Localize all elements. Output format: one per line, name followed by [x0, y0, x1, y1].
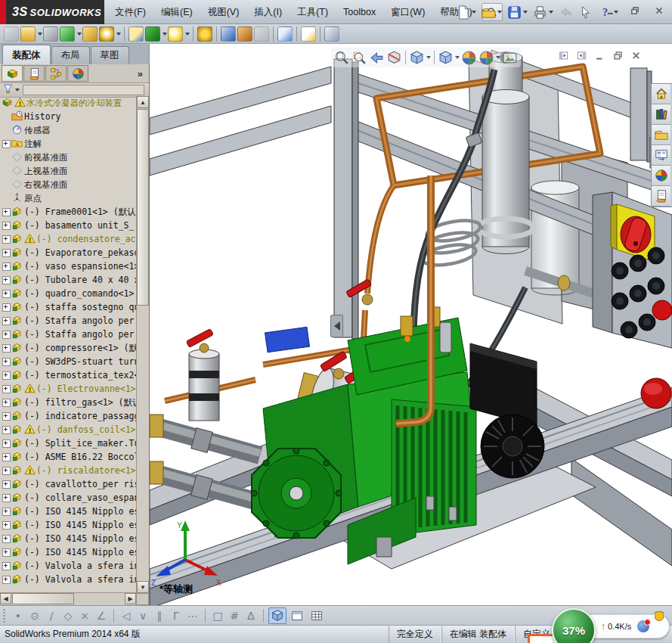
tree-item[interactable]: (-) termostatica_tex2<1	[0, 368, 137, 382]
tree-item[interactable]: !(-) condensatore_acq	[0, 232, 137, 246]
expand-icon[interactable]	[2, 275, 11, 285]
apply-scene-icon[interactable]	[478, 50, 500, 66]
file-explorer-tab[interactable]	[652, 125, 670, 145]
tree-item[interactable]: (-) indicatore_passaggi	[0, 409, 137, 423]
expand-icon[interactable]	[2, 139, 11, 149]
expand-icon[interactable]	[2, 235, 11, 244]
solidworks-resources-tab[interactable]	[652, 84, 670, 104]
tab-布局[interactable]: 布局	[51, 46, 90, 64]
panel-collapse-arrow[interactable]	[330, 315, 343, 337]
tree-item[interactable]: A注解	[0, 137, 137, 151]
save-document-icon[interactable]	[505, 4, 530, 21]
close-button[interactable]	[651, 4, 667, 17]
tree-item[interactable]: (-) compressore<1> (默认	[0, 341, 137, 355]
smart-component-disabled-icon[interactable]	[254, 26, 269, 42]
tab-草图[interactable]: 草图	[91, 46, 129, 64]
tab-装配体[interactable]: 装配体	[2, 45, 51, 64]
tree-vertical-scrollbar[interactable]: ▲ ▼	[136, 96, 149, 593]
corner-rectangle-icon[interactable]: Γ	[168, 610, 184, 622]
filter-caret-icon[interactable]	[15, 89, 20, 92]
tree-item[interactable]: History	[0, 110, 137, 123]
vertical-scroll-thumb[interactable]	[137, 109, 149, 306]
tree-item[interactable]: (-) ISO 4145 Nipplo esa	[0, 545, 137, 559]
open-part-caret-icon[interactable]	[38, 33, 42, 36]
custom-properties-tab[interactable]	[652, 186, 670, 207]
menu-5[interactable]: Toolbox	[336, 4, 383, 20]
expand-icon[interactable]	[2, 466, 11, 476]
filter-funnel-icon[interactable]	[2, 83, 14, 97]
tree-item[interactable]: (-) vaso espansione<1>	[0, 259, 137, 273]
solenoid-valve-blue[interactable]	[265, 327, 309, 353]
expand-icon[interactable]	[2, 507, 11, 517]
mate-icon[interactable]	[43, 26, 58, 42]
tree-item[interactable]: 前视基准面	[0, 151, 137, 164]
tree-item[interactable]: (-) Staffa angolo per q	[0, 314, 137, 328]
open-document-icon[interactable]	[479, 4, 504, 21]
tree-item[interactable]: 右视基准面	[0, 178, 137, 191]
undo-icon[interactable]	[556, 4, 575, 21]
menu-6[interactable]: 窗口(W)	[383, 3, 432, 22]
view-orientation-icon[interactable]	[409, 50, 431, 66]
update-components-icon[interactable]	[221, 26, 236, 42]
win-close-icon[interactable]	[630, 50, 642, 64]
expand-icon[interactable]	[2, 520, 11, 530]
linear-component-pattern-icon[interactable]	[60, 26, 75, 42]
zoom-to-fit-icon[interactable]	[334, 50, 350, 66]
expand-icon[interactable]	[2, 289, 11, 299]
large-assembly-mode-icon[interactable]	[277, 26, 293, 42]
tree-item[interactable]: (-) ISO 4145 Nipplo esa	[0, 532, 137, 545]
insert-components-icon[interactable]	[4, 26, 19, 42]
expand-icon[interactable]	[2, 316, 11, 326]
tree-item[interactable]: (-) collare_vaso_espans	[0, 491, 137, 505]
tree-item[interactable]: (-) SW3dPS-stuart turne	[0, 355, 137, 368]
section-view-icon[interactable]	[386, 50, 402, 66]
sketch-circle-icon[interactable]: ⊙	[26, 610, 43, 622]
scroll-down-button[interactable]: ▼	[137, 581, 149, 593]
3d-model-scene[interactable]: X Z Y	[150, 44, 672, 605]
tree-item[interactable]: (-) ISO 4145 Nipplo esa	[0, 518, 137, 532]
maximize-button[interactable]	[627, 4, 643, 17]
sketch-line-icon[interactable]: /	[43, 610, 60, 622]
menu-0[interactable]: 文件(F)	[107, 3, 153, 22]
scroll-left-button[interactable]: ◀	[0, 593, 11, 604]
expand-icon[interactable]	[2, 561, 11, 571]
expand-icon[interactable]	[2, 493, 11, 503]
angle-snap-icon[interactable]: ∆	[243, 610, 259, 622]
tree-item[interactable]: (-) staffa sostegno qua	[0, 300, 137, 314]
win-min-icon[interactable]	[594, 50, 605, 64]
scroll-up-button[interactable]: ▲	[137, 96, 149, 108]
construction-line-icon[interactable]: ⋯	[184, 610, 201, 622]
tree-item[interactable]: !(-) Electrovanne<1>	[0, 382, 137, 396]
menu-2[interactable]: 视图(V)	[200, 3, 247, 22]
tree-item[interactable]: (-) ASME B16.22 Boccola	[0, 450, 137, 464]
scroll-right-button[interactable]: ▶	[125, 593, 136, 604]
panel-resize-gripper[interactable]	[136, 593, 149, 605]
assembly-features-icon[interactable]	[145, 26, 160, 42]
sketch-angle-icon[interactable]: ∠	[93, 610, 110, 622]
expand-icon[interactable]	[2, 371, 11, 381]
featuremanager-tab[interactable]	[2, 65, 23, 82]
menu-1[interactable]: 编辑(E)	[153, 3, 200, 22]
minimize-button[interactable]	[602, 4, 619, 17]
show-hidden-components-icon[interactable]	[129, 26, 144, 42]
edit-appearance-icon[interactable]	[461, 50, 477, 66]
zoom-to-area-icon[interactable]	[351, 50, 367, 66]
assembly-features-caret-icon[interactable]	[163, 33, 167, 36]
configurationmanager-tab[interactable]	[45, 65, 67, 82]
expand-icon[interactable]	[2, 425, 11, 435]
menu-4[interactable]: 工具(T)	[290, 3, 336, 22]
graphics-viewport[interactable]: X Z Y *等轴测	[150, 44, 672, 605]
expand-icon[interactable]	[2, 207, 11, 217]
tree-item[interactable]: 传感器	[0, 123, 137, 137]
expand-icon[interactable]	[2, 439, 11, 449]
expand-icon[interactable]	[2, 548, 11, 558]
tree-item[interactable]: (-) Staffa angolo per q	[0, 328, 137, 341]
single-view-button[interactable]	[288, 607, 306, 624]
expand-icon[interactable]	[2, 575, 11, 585]
expand-icon[interactable]	[2, 398, 11, 408]
expand-icon[interactable]	[2, 452, 11, 462]
tree-item[interactable]: (-) filtro_gas<1> (默认	[0, 396, 137, 409]
tree-item[interactable]: (-) Evaporatore_pekasol	[0, 246, 137, 259]
move-component-caret-icon[interactable]	[116, 33, 121, 36]
tree-item[interactable]: !水冷式冷凝器的冷却装置	[0, 96, 137, 110]
